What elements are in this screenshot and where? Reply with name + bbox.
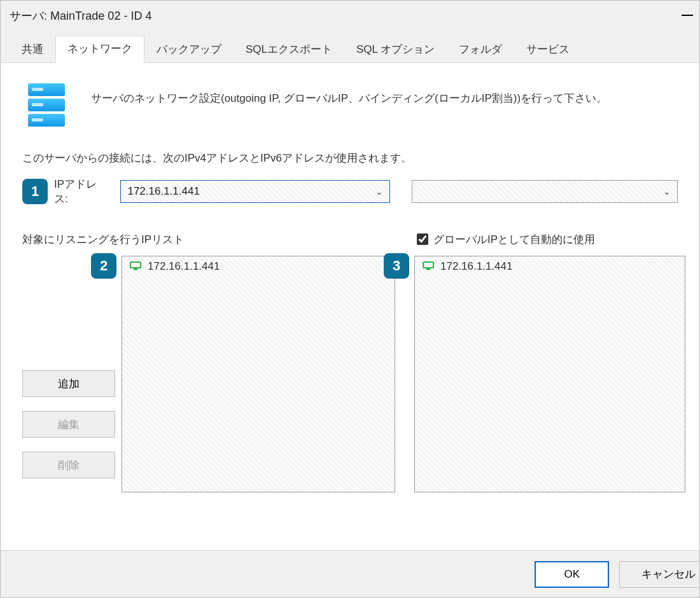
tab-2[interactable]: バックアップ [144,36,234,63]
list-item[interactable]: 172.16.1.1.441 [122,256,395,277]
svg-rect-5 [32,118,43,122]
list-item[interactable]: 172.16.1.1.441 [415,256,685,277]
ok-button[interactable]: OK [535,561,609,588]
tab-5[interactable]: フォルダ [447,36,514,63]
ip-address-combo-1[interactable]: 172.16.1.1.441 ⌄ [120,180,389,203]
tab-content-network: サーバのネットワーク設定(outgoing IP, グローバルIP、バインディン… [1,63,699,550]
global-ip-listbox[interactable]: 172.16.1.1.441 [414,256,685,492]
intro-text: サーバのネットワーク設定(outgoing IP, グローバルIP、バインディン… [91,78,607,106]
edit-button[interactable]: 編集 [22,411,115,438]
window-title: サーバ: MainTrade 02 - ID 4 [10,8,151,24]
svg-rect-4 [32,103,43,106]
auto-use-global-ip-checkbox[interactable] [417,233,428,245]
list-item-ip: 172.16.1.1.441 [148,260,220,273]
chevron-down-icon: ⌄ [375,186,383,197]
tab-6[interactable]: サービス [514,36,582,63]
ip-address-label: IPアドレス: [54,177,110,206]
network-adapter-icon [423,261,434,272]
titlebar: サーバ: MainTrade 02 - ID 4 [1,1,699,31]
server-settings-window: サーバ: MainTrade 02 - ID 4 共通ネットワークバックアップS… [0,0,700,598]
auto-use-global-ip-label: グローバルIPとして自動的に使用 [433,232,595,247]
svg-rect-7 [134,268,137,270]
tab-4[interactable]: SQL オプション [344,36,447,63]
svg-rect-9 [426,268,430,270]
add-button[interactable]: 追加 [22,370,115,397]
connection-description: このサーバからの接続には、次のIPv4アドレスとIPv6アドレスが使用されます。 [22,151,678,165]
svg-rect-8 [423,262,433,268]
dialog-footer: OK キャンセル [1,550,699,597]
ip-address-combo-2[interactable]: ⌄ [412,180,678,203]
network-adapter-icon [130,261,141,272]
svg-rect-3 [32,88,43,91]
tab-strip: 共通ネットワークバックアップSQLエクスポートSQL オプションフォルダサービス [1,31,699,63]
minimize-icon[interactable] [682,15,693,16]
tab-0[interactable]: 共通 [10,36,55,63]
step-badge-2: 2 [91,253,116,279]
delete-button[interactable]: 削除 [22,452,115,478]
server-stack-icon [22,78,71,136]
tab-3[interactable]: SQLエクスポート [234,36,344,63]
cancel-button[interactable]: キャンセル [619,561,699,588]
step-badge-1: 1 [22,179,48,204]
listening-ip-list-header: 対象にリスニングを行うIPリスト [22,232,403,247]
ip-address-combo-1-value: 172.16.1.1.441 [127,185,199,198]
list-item-ip: 172.16.1.1.441 [440,260,512,273]
chevron-down-icon: ⌄ [663,186,671,197]
listening-ip-listbox[interactable]: 172.16.1.1.441 [122,256,395,492]
step-badge-3: 3 [384,253,409,279]
svg-rect-6 [130,262,141,268]
tab-1[interactable]: ネットワーク [55,36,144,63]
